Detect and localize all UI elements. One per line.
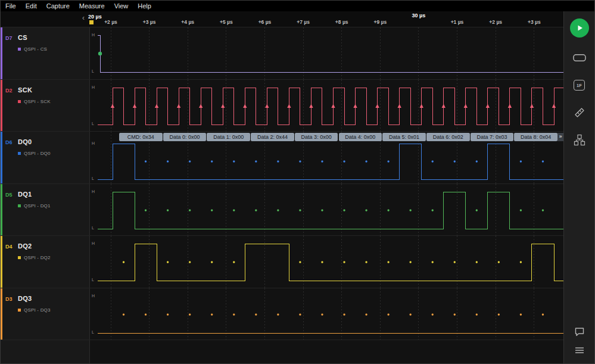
channel-row-sck: D2 SCK QSPI - SCK H L (1, 80, 563, 132)
trigger-button[interactable]: 1F (572, 78, 587, 92)
channel-waveform[interactable]: H L (90, 80, 563, 132)
analyzer-label: QSPI - DQ3 (24, 307, 51, 313)
device-icon (572, 53, 587, 63)
start-capture-button[interactable] (570, 18, 589, 38)
decoder-annotation[interactable]: Data 5: 0x01 (382, 133, 426, 141)
timeline-tick-label: +6 µs (258, 19, 272, 25)
channel-waveform[interactable]: H L (90, 288, 563, 340)
waveform-plot (90, 184, 563, 236)
trigger-marker[interactable] (89, 20, 94, 24)
channel-waveform[interactable]: H L CMD: 0x34Data 0: 0x00Data 1: 0x00Dat… (90, 132, 563, 183)
device-settings-button[interactable] (572, 51, 587, 65)
timeline-tick-label: +2 µs (489, 19, 502, 25)
timeline-tick-label: +9 µs (373, 19, 387, 25)
channel-color-strip (1, 288, 2, 340)
channel-color-strip (1, 132, 2, 183)
decoder-annotation[interactable]: Data 2: 0x44 (251, 133, 294, 141)
decoder-annotation[interactable]: Data 1: 0x00 (207, 133, 250, 141)
menu-item-help[interactable]: Help (133, 1, 156, 11)
channel-waveform[interactable]: H L (90, 27, 563, 79)
menu-item-measure[interactable]: Measure (74, 1, 110, 11)
bottom-strip (1, 340, 563, 363)
analyzer-color-square (18, 309, 21, 312)
bottom-strip-panel (1, 340, 90, 363)
logic-analyzer-window: FileEditCaptureMeasureViewHelp ‹ 20 µs 3… (0, 0, 595, 364)
measurements-button[interactable] (572, 105, 587, 120)
channel-row-dq2: D4 DQ2 QSPI - DQ2 H L (1, 236, 563, 288)
analyzer-color-square (18, 256, 21, 259)
scroll-back-icon[interactable]: ‹ (82, 14, 85, 21)
timeline-tick-label: +3 µs (143, 19, 156, 25)
waveform-plot (90, 236, 563, 288)
channel-id: D3 (5, 296, 18, 302)
channel-header[interactable]: D4 DQ2 QSPI - DQ2 (1, 236, 90, 288)
decoder-annotation[interactable]: Data 7: 0x03 (471, 133, 514, 141)
decoder-annotations: CMD: 0x34Data 0: 0x00Data 1: 0x00Data 2:… (90, 133, 563, 141)
channel-name: DQ3 (18, 295, 32, 302)
annotations-overflow-indicator[interactable]: » (557, 133, 563, 141)
channel-color-strip (1, 184, 2, 236)
trigger-label: 1F (577, 83, 582, 88)
analyzer-color-square (18, 100, 21, 103)
channel-name: DQ1 (18, 191, 32, 198)
decoder-annotation[interactable]: Data 8: 0x04 (514, 133, 557, 141)
timeline-tick-label: +5 µs (220, 19, 233, 25)
analyzer-row: QSPI - DQ0 (18, 151, 89, 156)
right-sidebar: 1F (563, 11, 594, 363)
channel-header[interactable]: D3 DQ3 QSPI - DQ3 (1, 288, 90, 340)
channel-waveform[interactable]: H L (90, 184, 563, 236)
analyzer-row: QSPI - DQ2 (18, 255, 89, 260)
measure-icon (574, 107, 585, 119)
channel-title: D5 DQ1 (1, 184, 89, 198)
channel-header[interactable]: D2 SCK QSPI - SCK (1, 80, 90, 132)
trigger-icon: 1F (574, 80, 585, 91)
hamburger-menu-icon (575, 346, 584, 354)
analyzer-color-square (18, 204, 21, 207)
channel-header[interactable]: D6 DQ0 QSPI - DQ0 (1, 132, 90, 183)
timeline-tick-label: +1 µs (451, 19, 464, 25)
channel-rows: D7 CS QSPI - CS H L D2 SCK QSPI - SCK (1, 27, 563, 340)
timeline-tick-label: +2 µs (104, 19, 117, 25)
options-menu-button[interactable] (572, 343, 587, 357)
waveform-plot (90, 80, 563, 132)
channel-header[interactable]: D5 DQ1 QSPI - DQ1 (1, 184, 90, 236)
menu-item-view[interactable]: View (110, 1, 133, 11)
decoder-annotation[interactable]: Data 3: 0x00 (295, 133, 338, 141)
analyzer-label: QSPI - CS (24, 46, 47, 52)
menu-item-edit[interactable]: Edit (21, 1, 42, 11)
channel-row-dq3: D3 DQ3 QSPI - DQ3 H L (1, 288, 563, 341)
decoder-annotation[interactable]: Data 0: 0x00 (163, 133, 207, 141)
timeline-origin-label: 20 µs (88, 14, 102, 20)
channel-name: CS (18, 34, 27, 41)
channel-id: D7 (5, 35, 18, 41)
channel-color-strip (1, 80, 2, 132)
channel-row-cs: D7 CS QSPI - CS H L (1, 27, 563, 80)
channel-id: D6 (5, 139, 18, 145)
analyzer-row: QSPI - DQ1 (18, 203, 89, 209)
capture-area: ‹ 20 µs 30 µs +2 µs+3 µs+4 µs+5 µs+6 µs+… (1, 11, 563, 363)
decoder-annotation[interactable]: Data 4: 0x00 (339, 133, 382, 141)
main-content: ‹ 20 µs 30 µs +2 µs+3 µs+4 µs+5 µs+6 µs+… (1, 11, 594, 363)
menu-item-file[interactable]: File (1, 1, 21, 11)
channel-header[interactable]: D7 CS QSPI - CS (1, 27, 90, 79)
analyzer-label: QSPI - DQ2 (24, 255, 51, 260)
timeline-ruler[interactable]: ‹ 20 µs 30 µs +2 µs+3 µs+4 µs+5 µs+6 µs+… (1, 11, 563, 27)
channel-name: DQ2 (18, 242, 32, 250)
analyzer-row: QSPI - DQ3 (18, 307, 89, 313)
decoder-annotation[interactable]: Data 6: 0x02 (426, 133, 470, 141)
analyzers-icon (574, 134, 585, 146)
play-icon (575, 24, 584, 32)
menu-item-capture[interactable]: Capture (42, 1, 74, 11)
channel-waveform[interactable]: H L (90, 236, 563, 288)
analyzer-color-square (18, 48, 21, 51)
comments-button[interactable] (572, 324, 587, 338)
timeline-major-label: 30 µs (412, 13, 426, 18)
waveform-plot (90, 288, 563, 340)
decoder-annotation[interactable]: CMD: 0x34 (119, 133, 163, 141)
channel-id: D4 (5, 244, 18, 250)
channel-row-dq1: D5 DQ1 QSPI - DQ1 H L (1, 184, 563, 237)
analyzers-button[interactable] (572, 133, 587, 147)
channel-title: D3 DQ3 (1, 288, 89, 302)
channel-name: SCK (18, 86, 32, 94)
channel-title: D7 CS (1, 27, 89, 41)
